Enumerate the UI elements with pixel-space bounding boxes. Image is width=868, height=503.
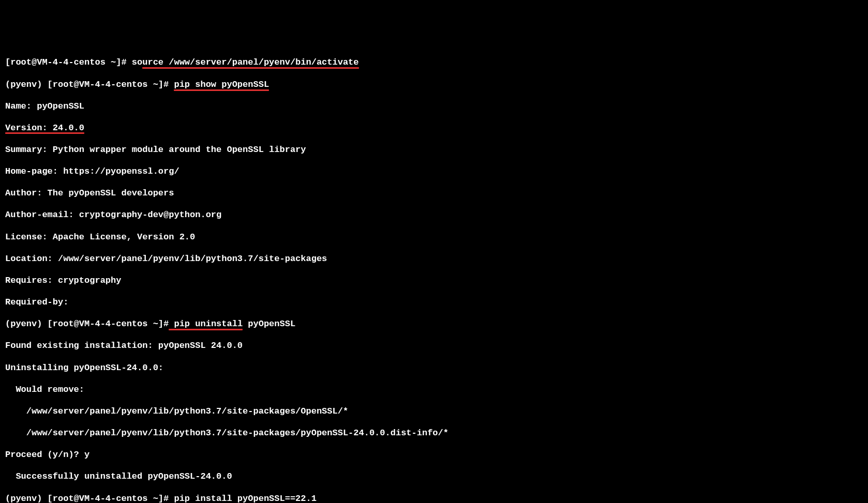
prompt: (pyenv) [root@VM-4-4-centos ~]#	[5, 319, 169, 329]
command-pip-uninstall: pip uninstall	[169, 318, 243, 329]
output-line: Proceed (y/n)? y	[5, 449, 863, 460]
output-line: Uninstalling pyOpenSSL-24.0.0:	[5, 362, 863, 373]
command-arg: pyOpenSSL	[243, 319, 295, 329]
output-line: /www/server/panel/pyenv/lib/python3.7/si…	[5, 428, 863, 438]
command-pip-show: pip show pyOpenSSL	[174, 79, 269, 90]
prompt: (pyenv) [root@VM-4-4-centos ~]#	[5, 80, 174, 89]
command-source-activate: source /www/server/panel/pyenv/bin/activ…	[132, 57, 359, 67]
output-line: Summary: Python wrapper module around th…	[5, 144, 863, 155]
output-line: Name: pyOpenSSL	[5, 101, 863, 112]
output-line: Requires: cryptography	[5, 275, 863, 286]
command-pip-install: pip install pyOpenSSL==22.1	[174, 493, 316, 503]
output-line: Home-page: https://pyopenssl.org/	[5, 166, 863, 177]
output-line: Successfully uninstalled pyOpenSSL-24.0.…	[5, 471, 863, 482]
output-line: Found existing installation: pyOpenSSL 2…	[5, 340, 863, 351]
output-line: Would remove:	[5, 384, 863, 395]
output-line: License: Apache License, Version 2.0	[5, 232, 863, 242]
output-line: Required-by:	[5, 297, 863, 308]
output-line: /www/server/panel/pyenv/lib/python3.7/si…	[5, 406, 863, 417]
prompt: (pyenv) [root@VM-4-4-centos ~]#	[5, 494, 174, 503]
output-line: Author-email: cryptography-dev@python.or…	[5, 209, 863, 220]
output-line: Location: /www/server/panel/pyenv/lib/py…	[5, 253, 863, 264]
prompt: [root@VM-4-4-centos ~]#	[5, 57, 132, 67]
terminal-output[interactable]: [root@VM-4-4-centos ~]# source /www/serv…	[5, 46, 863, 503]
output-version: Version: 24.0.0	[5, 123, 84, 133]
output-line: Author: The pyOpenSSL developers	[5, 188, 863, 199]
